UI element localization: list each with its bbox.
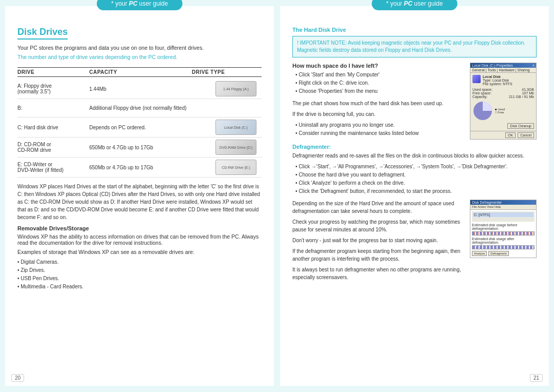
- properties-screenshot: Local Disk (C:) Properties × General | T…: [470, 63, 537, 140]
- defrag-bullet-4: • Click the 'Defragment' button, if reco…: [295, 187, 537, 195]
- spread: * your PC user guide Disk Drives Your PC…: [5, 6, 549, 386]
- drive-cap-a: 1.44Mb: [89, 86, 192, 92]
- full-text: If the drive is becoming full, you can.: [292, 110, 465, 118]
- col-drive: DRIVE: [17, 69, 89, 75]
- defrag-drives-list: C: [NTFS]: [472, 211, 535, 222]
- pie-chart: [472, 101, 493, 121]
- bullet-start: Click 'Start' and then 'My Computer': [295, 71, 465, 79]
- left-header: * your PC user guide: [97, 0, 183, 10]
- drive-cap-c: Depends on PC ordered.: [89, 125, 192, 130]
- cancel-btn[interactable]: Cancel: [518, 132, 534, 138]
- intro-text: Your PC stores the programs and data you…: [17, 45, 262, 51]
- drive-label-e: E: CD-Writer orDVD-Writer (if fitted): [17, 162, 89, 173]
- disk-cleanup-btn[interactable]: Disk Cleanup: [507, 123, 534, 129]
- bullet-right-click: Right click on the C: drive icon.: [295, 79, 465, 87]
- removable-title: Removable Drives/Storage: [17, 225, 262, 231]
- defrag-paragraphs: Depending on the size of the Hard Drive …: [292, 200, 465, 284]
- dialog-tabs: General | Tools | Hardware | Sharing: [470, 68, 536, 73]
- defragmenter-title: Defragmenter:: [292, 144, 537, 150]
- drive-img-e: CD-RW Drive (E:): [192, 160, 262, 175]
- col-drivetype: DRIVE TYPE: [192, 69, 262, 75]
- left-page-number: 20: [11, 374, 24, 382]
- important-note: ! IMPORTANT NOTE: Avoid keeping magnetic…: [292, 36, 537, 57]
- floppy-image: 1.44 Floppy (A:): [215, 81, 256, 96]
- right-page-number: 21: [530, 374, 543, 382]
- defrag-body: C: [NTFS] Estimated disk usage before de…: [470, 210, 536, 258]
- how-much-section: How much space do I have left? Click 'St…: [292, 63, 537, 140]
- bullet-uninstall: Uninstall any programs you no longer use…: [295, 121, 465, 129]
- right-header: * your PC user guide: [372, 0, 458, 10]
- drive-row-b: B: Additional Floppy drive (not normally…: [17, 99, 262, 117]
- drive-cap-b: Additional Floppy drive (not normally fi…: [89, 105, 192, 111]
- drive-row-a: A: Floppy drive(normally 3.5") 1.44Mb 1.…: [17, 79, 262, 99]
- defrag-para-4: If the defragmenter program keeps starti…: [292, 247, 465, 263]
- drive-cap-e: 650Mb or 4.7Gb up to 17Gb: [89, 165, 192, 170]
- cdwriter-image: CD-RW Drive (E:): [215, 160, 256, 175]
- how-much-title: How much space do I have left?: [292, 63, 465, 69]
- dialog-title-bar: Local Disk (C:) Properties ×: [470, 63, 536, 68]
- defrag-intro: Defragmenter reads and re-saves all the …: [292, 152, 537, 160]
- drive-row-c: C: Hard disk drive Depends on PC ordered…: [17, 117, 262, 138]
- defrag-bullet-1: • Click →'Start', →'All Programmes', →'A…: [295, 163, 537, 171]
- properties-dialog: Local Disk (C:) Properties × General | T…: [470, 63, 537, 140]
- how-much-bullets: Click 'Start' and then 'My Computer' Rig…: [295, 71, 465, 95]
- drive-row-d: D: CD-ROM orCD-ROM drive 650Mb or 4.7Gb …: [17, 138, 262, 158]
- ok-btn[interactable]: OK: [505, 132, 516, 138]
- defrag-dialog: Disk Defragmenter File Action View Help …: [470, 200, 537, 258]
- drive-icon: [472, 75, 481, 83]
- bullet-properties: Choose 'Properties' from the menu: [295, 87, 465, 95]
- drive-label-b: B:: [17, 105, 89, 111]
- defrag-para-1: Depending on the size of the Hard Drive …: [292, 200, 465, 215]
- page-title: Disk Drives: [17, 27, 68, 40]
- bullet-usb: USB Pen Drives.: [17, 275, 262, 283]
- bullet-cameras: Digital Cameras.: [17, 258, 262, 266]
- col-capacity: CAPACITY: [89, 69, 192, 75]
- drive-label-c: C: Hard disk drive: [17, 125, 89, 130]
- table-header: DRIVE CAPACITY DRIVE TYPE: [17, 67, 262, 77]
- left-page: * your PC user guide Disk Drives Your PC…: [5, 6, 274, 386]
- defragment-btn[interactable]: Defragment: [488, 251, 508, 256]
- hdd-section-title: The Hard Disk Drive: [292, 27, 537, 33]
- full-bullets: Uninstall any programs you no longer use…: [295, 121, 465, 138]
- defrag-toolbar: File Action View Help: [470, 205, 536, 210]
- defrag-para-3: Don't worry - just wait for the progress…: [292, 237, 465, 244]
- cdrom-image: DVD-RAM Drive (D:): [215, 140, 256, 155]
- note-blue: The number and type of drive varies depe…: [17, 54, 262, 60]
- pie-text: The pie chart shows how much of the hard…: [292, 100, 465, 107]
- removable-examples: Examples of storage that Windows XP can …: [17, 249, 262, 255]
- defrag-bullet-3: • Click 'Analyze' to perform a check on …: [295, 179, 537, 187]
- windows-note: Windows XP places Hard Drives at the sta…: [17, 183, 262, 221]
- analyze-btn[interactable]: Analyze: [472, 251, 487, 256]
- defrag-screenshot: Disk Defragmenter File Action View Help …: [470, 200, 537, 284]
- drive-label-d: D: CD-ROM orCD-ROM drive: [17, 142, 89, 153]
- bullet-maintenance: Consider running the maintenance tasks l…: [295, 129, 465, 138]
- defrag-bullet-2: • Choose the hard drive you want to defr…: [295, 171, 537, 179]
- bullet-zip: Zip Drives.: [17, 266, 262, 275]
- left-header-bold: PC: [129, 0, 137, 7]
- defrag-after-bar: [472, 245, 535, 249]
- drive-row-e: E: CD-Writer orDVD-Writer (if fitted) 65…: [17, 158, 262, 178]
- defrag-para-2: Check your progress by watching the prog…: [292, 218, 465, 233]
- removable-text: Windows XP has the ability to access inf…: [17, 233, 262, 246]
- drive-img-c: Local Disk (C:): [192, 120, 262, 135]
- defrag-para-5: It is always best to run defragmenter wh…: [292, 266, 465, 281]
- drive-img-a: 1.44 Floppy (A:): [192, 81, 262, 96]
- defrag-section: Depending on the size of the Hard Drive …: [292, 200, 537, 284]
- defrag-title-bar: Disk Defragmenter: [470, 200, 536, 205]
- hdd-image: Local Disk (C:): [215, 120, 256, 135]
- drive-cap-d: 650Mb or 4.7Gb up to 17Gb: [89, 145, 192, 150]
- drive-img-d: DVD-RAM Drive (D:): [192, 140, 262, 155]
- removable-bullets: Digital Cameras. Zip Drives. USB Pen Dri…: [17, 258, 262, 291]
- dialog-body: Local Disk Type: Local Disk File system:…: [470, 73, 536, 131]
- right-header-bold: PC: [404, 0, 412, 7]
- bullet-multimedia: Multimedia - Card Readers.: [17, 283, 262, 291]
- drive-label-a: A: Floppy drive(normally 3.5"): [17, 83, 89, 94]
- defrag-before-bar: [472, 231, 535, 236]
- defrag-bullets: • Click →'Start', →'All Programmes', →'A…: [295, 163, 537, 195]
- how-much-text: How much space do I have left? Click 'St…: [292, 63, 465, 140]
- right-page: * your PC user guide The Hard Disk Drive…: [280, 6, 549, 386]
